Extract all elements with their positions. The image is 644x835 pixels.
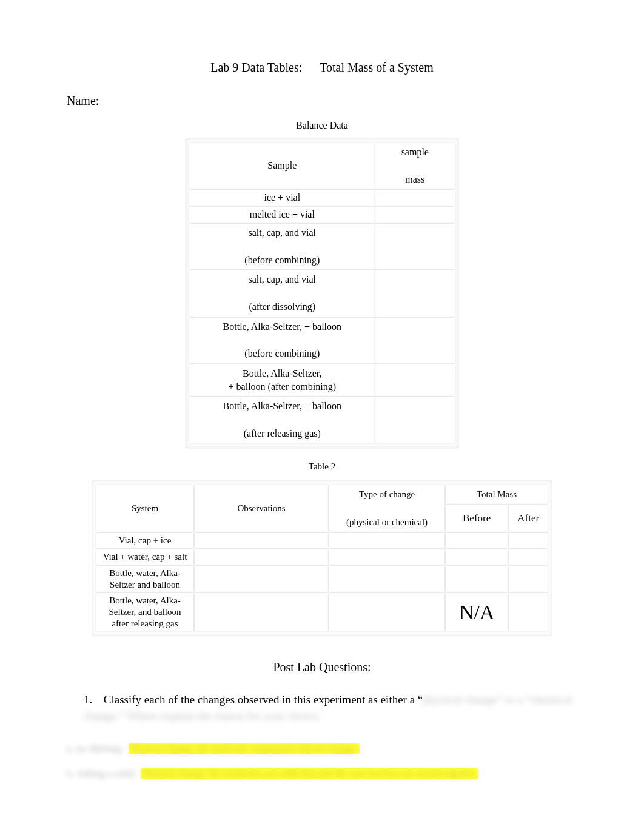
na-cell: N/A [446, 593, 508, 631]
balance-header-mass: sample mass [375, 143, 455, 189]
table-row: Bottle, Alka-Seltzer, + balloon (after r… [189, 397, 455, 443]
t2-head-observations: Observations [195, 485, 328, 532]
postlab-heading: Post Lab Questions: [67, 660, 577, 674]
table-row: Bottle, Alka-Seltzer, + balloon (before … [189, 318, 455, 363]
page-title: Lab 9 Data Tables: Total Mass of a Syste… [67, 61, 577, 75]
balance-table: Sample sample mass ice + vial melted ice… [189, 142, 455, 444]
table2: System Observations Type of change (phys… [95, 484, 549, 632]
table-row: melted ice + vial [189, 207, 455, 223]
table-row: Bottle, water, Alka- Seltzer and balloon [96, 566, 548, 592]
answer-b-lead: b. Adding a solid: [67, 768, 141, 779]
answer-a-lead: a. Ice Melting: [67, 743, 129, 754]
t2-head-after: After [509, 505, 548, 532]
answer-a: a. Ice Melting: Physical change, the mol… [67, 740, 577, 757]
question-1: 1. Classify each of the changes observed… [67, 691, 577, 725]
highlighted-hidden: Physical change, the molecule components… [129, 743, 360, 754]
t2-head-totalmass: Total Mass [446, 485, 548, 505]
table-row: salt, cap, and vial (after dissolving) [189, 270, 455, 316]
answer-b: b. Adding a solid: Physical change, the … [67, 765, 577, 782]
title-right: Total Mass of a System [320, 61, 433, 75]
t2-head-before: Before [446, 505, 508, 532]
highlighted-hidden: Physical change, the molecules are solid… [141, 768, 478, 779]
table-row: Bottle, Alka-Seltzer, + balloon (after c… [189, 364, 455, 397]
t2-head-type: Type of change (physical or chemical) [329, 485, 444, 532]
balance-table-wrap: Sample sample mass ice + vial melted ice… [186, 138, 458, 448]
table-row: Vial + water, cap + salt [96, 549, 548, 565]
question-text: Classify each of the changes observed in… [84, 693, 572, 723]
table-row: Vial, cap + ice [96, 533, 548, 548]
table-row: salt, cap, and vial (before combining) [189, 224, 455, 269]
balance-caption: Balance Data [67, 120, 577, 131]
table2-caption: Table 2 [67, 461, 577, 472]
table2-wrap: System Observations Type of change (phys… [92, 480, 552, 636]
balance-header-sample: Sample [189, 143, 375, 189]
question-number: 1. [84, 691, 101, 708]
table-row: Bottle, water, Alka- Seltzer, and balloo… [96, 593, 548, 631]
table-row: ice + vial [189, 190, 455, 206]
t2-head-system: System [96, 485, 193, 532]
name-label: Name: [67, 94, 577, 108]
title-left: Lab 9 Data Tables: [210, 61, 302, 75]
